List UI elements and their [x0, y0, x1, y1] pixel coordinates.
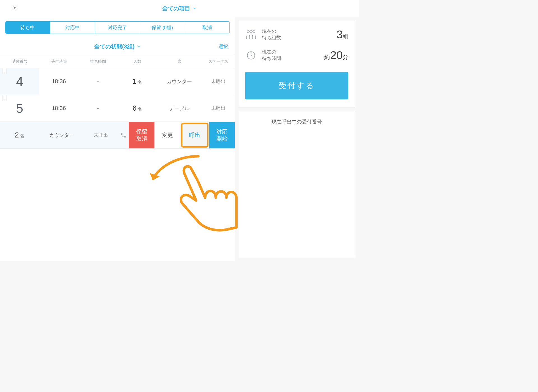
col-time: 受付時間 — [39, 59, 78, 64]
category-dropdown[interactable]: 全ての項目 — [162, 5, 196, 12]
state-filter-dropdown[interactable]: 全ての状態(3組) — [94, 43, 141, 50]
stat-label: 現在の 待ち時間 — [262, 49, 319, 62]
stat-value: 3組 — [337, 28, 348, 41]
stat-wait-time: 現在の 待ち時間 約20分 — [245, 49, 348, 62]
bookmark-icon — [2, 95, 7, 101]
settings-icon[interactable] — [12, 5, 18, 13]
tab-serving[interactable]: 対応中 — [50, 22, 95, 34]
phone-icon[interactable] — [118, 132, 129, 138]
party-size: 1名 — [118, 77, 157, 86]
accept-button[interactable]: 受付する — [245, 72, 348, 99]
seat-type: カウンター — [157, 78, 202, 85]
call-button[interactable]: 呼出 — [181, 123, 208, 148]
row-status: 未呼出 — [202, 78, 235, 85]
people-icon — [245, 29, 257, 40]
party-size: 6名 — [118, 104, 157, 113]
tab-hold[interactable]: 保留 (0組) — [140, 22, 185, 34]
col-people: 人数 — [118, 59, 157, 64]
chevron-down-icon — [137, 43, 141, 50]
stats-card: 現在の 待ち組数 3組 現在の 待ち時間 約20分 受付する — [238, 20, 355, 108]
side-panel: 現在の 待ち組数 3組 現在の 待ち時間 約20分 受付する 現在呼出中の — [235, 17, 359, 261]
table-header: 受付番号 受付時間 待ち時間 人数 席 ステータス — [0, 55, 235, 68]
start-button[interactable]: 対応 開始 — [209, 122, 235, 148]
col-seat: 席 — [157, 59, 202, 64]
chevron-down-icon — [193, 5, 196, 12]
svg-point-3 — [253, 31, 255, 33]
col-wait: 待ち時間 — [78, 59, 118, 64]
calling-card: 現在呼出中の受付番号 — [238, 111, 355, 258]
col-number: 受付番号 — [0, 59, 39, 64]
tab-done[interactable]: 対応完了 — [95, 22, 140, 34]
seat-type: テーブル — [157, 105, 202, 112]
bookmark-icon — [2, 68, 7, 74]
stat-value: 約20分 — [324, 49, 349, 62]
accept-time: 18:36 — [39, 105, 78, 111]
wait-time: - — [78, 78, 118, 85]
stat-wait-groups: 現在の 待ち組数 3組 — [245, 28, 348, 41]
svg-point-0 — [14, 7, 16, 9]
seat-type: カウンター — [39, 132, 84, 139]
ticket-number: 4 — [0, 68, 39, 95]
category-label: 全ての項目 — [162, 5, 190, 12]
party-size: 2名 — [0, 131, 39, 139]
top-bar: 全ての項目 — [0, 0, 359, 17]
svg-point-1 — [247, 31, 249, 33]
accept-time: 18:36 — [39, 78, 78, 85]
row-status: 未呼出 — [202, 105, 235, 111]
svg-point-2 — [250, 31, 252, 33]
tab-cancelled[interactable]: 取消 — [185, 22, 229, 34]
edit-button[interactable]: 変更 — [154, 122, 180, 148]
tab-waiting[interactable]: 待ち中 — [5, 22, 50, 34]
swiped-row-info: 2名 カウンター 未呼出 — [0, 122, 129, 148]
queue-panel: 待ち中 対応中 対応完了 保留 (0組) 取消 全ての状態(3組) 選択 受付番… — [0, 17, 235, 261]
table-row[interactable]: 4 18:36 - 1名 カウンター 未呼出 — [0, 68, 235, 95]
select-link[interactable]: 選択 — [219, 43, 228, 50]
swiped-row: 2名 カウンター 未呼出 保留 取消 変更 呼出 対応 開始 — [0, 122, 235, 149]
wait-time: - — [78, 105, 118, 112]
table-row[interactable]: 5 18:36 - 6名 テーブル 未呼出 — [0, 95, 235, 122]
filter-row: 全ての状態(3組) 選択 — [0, 38, 235, 55]
ticket-number: 5 — [0, 95, 39, 122]
row-status: 未呼出 — [84, 132, 118, 138]
calling-title: 現在呼出中の受付番号 — [241, 118, 352, 125]
clock-icon — [245, 51, 257, 60]
col-status: ステータス — [202, 59, 235, 64]
hold-cancel-button[interactable]: 保留 取消 — [129, 122, 154, 148]
status-tabs: 待ち中 対応中 対応完了 保留 (0組) 取消 — [5, 21, 230, 34]
state-filter-label: 全ての状態(3組) — [94, 43, 134, 50]
stat-label: 現在の 待ち組数 — [262, 28, 331, 41]
